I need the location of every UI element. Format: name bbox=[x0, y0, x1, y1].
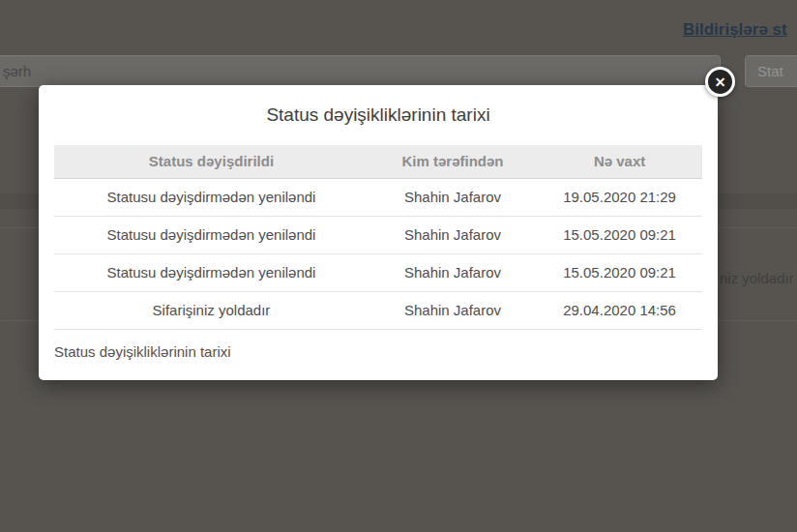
modal-footer-text: Status dəyişikliklərinin tarixi bbox=[54, 343, 702, 360]
status-history-modal: Status dəyişikliklərinin tarixi Status d… bbox=[39, 85, 718, 380]
cell-by: Shahin Jafarov bbox=[369, 178, 537, 216]
column-header-by: Kim tərəfindən bbox=[369, 145, 537, 178]
table-row: Statusu dəyişdirmədən yeniləndi Shahin J… bbox=[54, 216, 702, 253]
comment-input[interactable] bbox=[0, 55, 721, 87]
cell-status: Sifarişiniz yoldadır bbox=[54, 291, 369, 329]
column-header-when: Nə vaxt bbox=[537, 145, 702, 178]
status-button[interactable]: Stat bbox=[745, 55, 797, 87]
modal-title: Status dəyişikliklərinin tarixi bbox=[266, 104, 489, 126]
table-row: Sifarişiniz yoldadır Shahin Jafarov 29.0… bbox=[54, 291, 702, 329]
background-status-text: niz yoldadır bbox=[720, 270, 794, 286]
close-icon: ✕ bbox=[715, 75, 726, 89]
modal-title-wrap: Status dəyişikliklərinin tarixi bbox=[54, 85, 702, 145]
close-button[interactable]: ✕ bbox=[705, 67, 735, 97]
cell-when: 19.05.2020 21:29 bbox=[537, 178, 702, 216]
cell-by: Shahin Jafarov bbox=[369, 291, 537, 329]
table-header-row: Status dəyişdirildi Kim tərəfindən Nə va… bbox=[54, 145, 702, 178]
cell-status: Statusu dəyişdirmədən yeniləndi bbox=[54, 253, 369, 291]
cell-when: 15.05.2020 09:21 bbox=[537, 216, 702, 253]
cell-status: Statusu dəyişdirmədən yeniləndi bbox=[54, 178, 369, 216]
cell-when: 15.05.2020 09:21 bbox=[537, 253, 702, 291]
status-history-table: Status dəyişdirildi Kim tərəfindən Nə va… bbox=[54, 145, 702, 330]
column-header-status: Status dəyişdirildi bbox=[54, 145, 369, 178]
cell-by: Shahin Jafarov bbox=[369, 216, 537, 253]
notifications-link[interactable]: Bildirişlərə st bbox=[683, 20, 787, 40]
table-row: Statusu dəyişdirmədən yeniləndi Shahin J… bbox=[54, 253, 702, 291]
table-row: Statusu dəyişdirmədən yeniləndi Shahin J… bbox=[54, 178, 702, 216]
cell-when: 29.04.2020 14:56 bbox=[537, 291, 702, 329]
cell-by: Shahin Jafarov bbox=[369, 253, 537, 291]
cell-status: Statusu dəyişdirmədən yeniləndi bbox=[54, 216, 369, 253]
